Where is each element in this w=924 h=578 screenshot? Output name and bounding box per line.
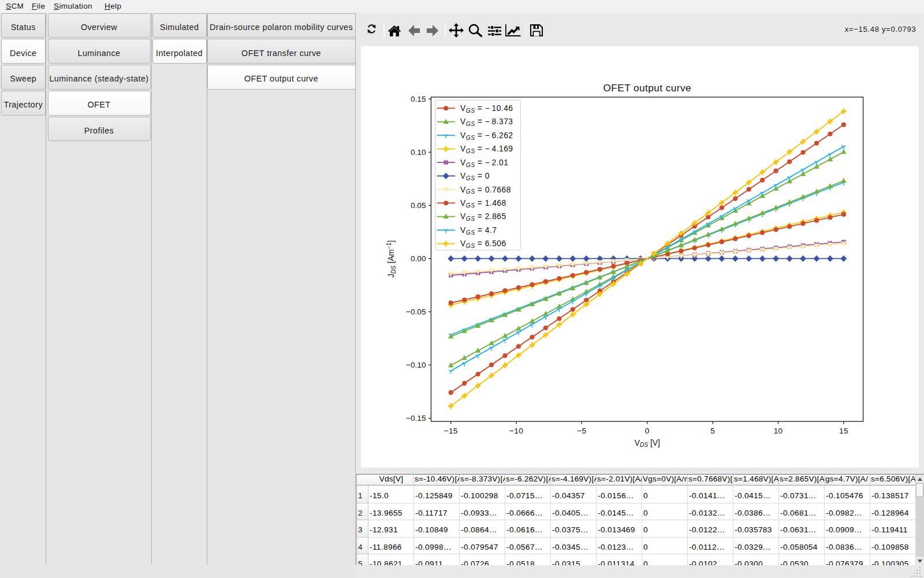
svg-text:0.05: 0.05 <box>411 201 426 210</box>
svg-text:−0.05: −0.05 <box>406 307 426 316</box>
svg-text:10: 10 <box>774 427 783 435</box>
svg-text:15: 15 <box>839 427 848 435</box>
svg-text:−0.10: −0.10 <box>406 361 426 369</box>
svg-text:0.00: 0.00 <box>411 254 426 263</box>
svg-text:JDS [Am−1]: JDS [Am−1] <box>386 240 397 278</box>
svg-text:0.10: 0.10 <box>411 148 426 157</box>
svg-text:5: 5 <box>710 427 715 435</box>
svg-text:−10: −10 <box>509 427 523 435</box>
svg-text:−0.15: −0.15 <box>406 414 426 423</box>
svg-text:−15: −15 <box>444 427 458 435</box>
svg-text:VGS = 4.7: VGS = 4.7 <box>460 226 497 236</box>
svg-text:0.15: 0.15 <box>411 95 426 103</box>
svg-text:VGS = 0: VGS = 0 <box>460 172 490 181</box>
svg-text:OFET output curve: OFET output curve <box>603 82 692 94</box>
svg-text:−5: −5 <box>577 427 586 435</box>
svg-text:0: 0 <box>645 427 650 435</box>
svg-text:VDS [V]: VDS [V] <box>635 439 660 449</box>
